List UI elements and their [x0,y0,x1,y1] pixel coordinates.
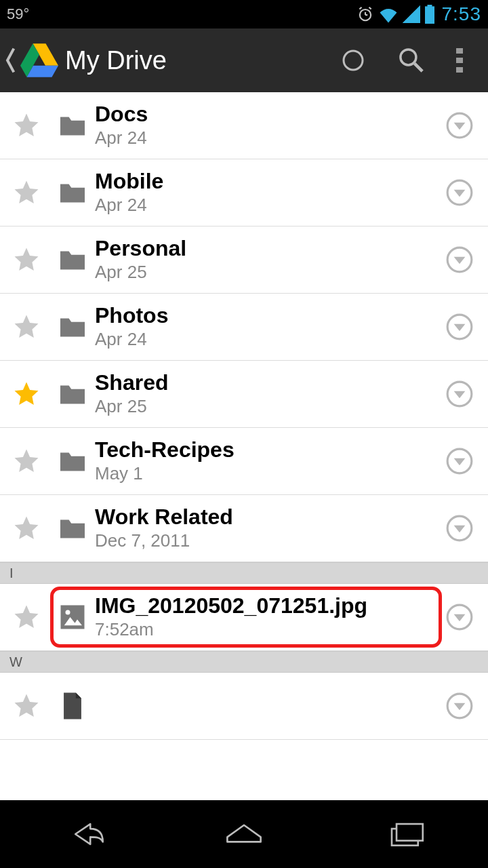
item-name: Mobile [95,170,439,193]
item-options-button[interactable] [439,514,480,542]
item-name: Photos [95,304,439,328]
temperature-label: 59° [7,5,29,22]
system-nav-bar [0,800,488,868]
folder-icon [53,315,92,339]
svg-rect-14 [456,58,463,63]
item-options-button[interactable] [439,313,480,341]
search-button[interactable] [382,28,441,92]
item-options-button[interactable] [439,603,480,631]
star-toggle[interactable] [0,313,53,341]
item-name: Personal [95,237,439,260]
star-toggle[interactable] [0,111,53,140]
cell-signal-icon [403,5,420,23]
item-options-button[interactable] [439,447,480,475]
refresh-button[interactable] [324,28,382,92]
svg-marker-19 [454,190,466,197]
item-date: Apr 25 [95,262,439,283]
star-toggle[interactable] [0,692,53,720]
svg-line-4 [369,7,371,9]
item-date: Apr 24 [95,195,439,216]
svg-point-32 [66,610,70,615]
item-date: Apr 24 [95,329,439,350]
svg-point-11 [401,50,416,65]
svg-marker-25 [454,391,466,399]
list-item[interactable]: PersonalApr 25 [0,226,488,294]
page-title: My Drive [65,46,324,75]
overflow-menu-button[interactable] [441,28,479,92]
svg-rect-15 [456,67,463,73]
section-header: I [0,562,488,584]
home-nav-button[interactable] [190,814,298,854]
list-item[interactable]: DocsApr 24 [0,92,488,159]
folder-icon [53,113,92,138]
svg-marker-21 [454,257,466,264]
svg-rect-5 [425,6,434,24]
svg-marker-34 [454,614,466,622]
status-bar: 59° 7:53 [0,0,488,28]
recents-nav-button[interactable] [352,814,461,854]
battery-icon [424,5,435,24]
item-options-button[interactable] [439,178,480,207]
list-item[interactable]: Work RelatedDec 7, 2011 [0,495,488,562]
svg-marker-17 [454,123,466,130]
folder-icon [53,248,92,272]
folder-icon [53,449,92,473]
svg-rect-38 [396,824,423,841]
section-header: W [0,651,488,673]
svg-line-12 [415,64,423,72]
clock-time: 7:53 [442,3,482,25]
file-list: DocsApr 24MobileApr 24PersonalApr 25Phot… [0,92,488,740]
list-item[interactable]: SharedApr 25 [0,361,488,428]
item-date: Dec 7, 2011 [95,530,439,551]
svg-marker-23 [454,324,466,332]
list-item[interactable]: MobileApr 24 [0,159,488,226]
item-date: Apr 24 [95,127,439,149]
image-icon [53,603,92,631]
list-item[interactable]: Tech-RecipesMay 1 [0,428,488,495]
svg-rect-13 [456,48,463,54]
star-toggle[interactable] [0,447,53,475]
svg-marker-29 [454,526,466,533]
doc-icon [53,692,92,720]
folder-icon [53,382,92,406]
item-options-button[interactable] [439,111,480,140]
list-item[interactable] [0,673,488,740]
star-toggle[interactable] [0,603,53,631]
svg-point-10 [344,51,363,70]
item-name: IMG_20120502_071251.jpg [95,594,439,618]
item-name: Work Related [95,505,439,529]
back-nav-button[interactable] [27,814,136,854]
item-name: Shared [95,371,439,395]
list-item[interactable]: IMG_20120502_071251.jpg7:52am [0,584,488,651]
item-options-button[interactable] [439,380,480,408]
star-toggle[interactable] [0,514,53,542]
folder-icon [53,180,92,205]
svg-marker-36 [454,703,466,711]
svg-marker-27 [454,458,466,466]
action-bar: My Drive [0,28,488,92]
item-date: May 1 [95,463,439,484]
alarm-icon [357,5,374,23]
folder-icon [53,516,92,540]
item-options-button[interactable] [439,692,480,720]
star-toggle[interactable] [0,380,53,408]
star-toggle[interactable] [0,245,53,274]
item-name: Docs [95,102,439,126]
svg-rect-6 [427,5,432,7]
drive-logo-icon[interactable] [20,43,58,77]
svg-line-3 [359,7,361,9]
list-item[interactable]: PhotosApr 24 [0,294,488,361]
item-date: Apr 25 [95,396,439,417]
item-date: 7:52am [95,619,439,640]
back-icon[interactable] [3,47,20,74]
star-toggle[interactable] [0,178,53,207]
item-name: Tech-Recipes [95,438,439,462]
item-options-button[interactable] [439,245,480,274]
wifi-icon [378,5,399,23]
